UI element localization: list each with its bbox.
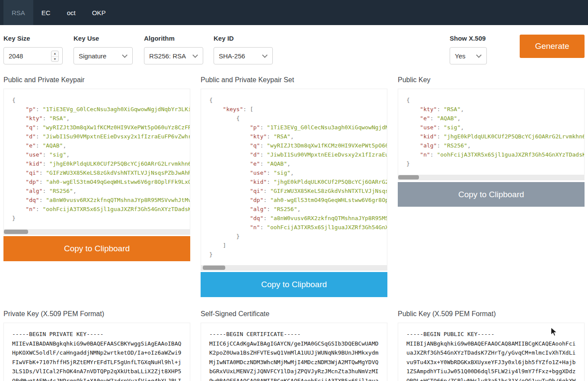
key-id-label: Key ID: [214, 35, 273, 42]
generate-button[interactable]: Generate: [520, 35, 585, 58]
horizontal-scrollbar[interactable]: [4, 229, 190, 234]
keypair-panel-title: Public and Private Keypair: [3, 76, 190, 85]
key-size-label: Key Size: [3, 35, 63, 42]
tab-okp[interactable]: OKP: [84, 0, 114, 25]
scrollbar-thumb[interactable]: [398, 175, 419, 179]
key-size-value: 2048: [9, 52, 23, 60]
certificate-panel: Self-Signed Certificate -----BEGIN CERTI…: [201, 310, 387, 381]
scrollbar-thumb[interactable]: [203, 266, 225, 270]
key-use-select[interactable]: Signature: [74, 47, 133, 64]
key-use-value: Signature: [79, 52, 106, 60]
chevron-down-icon: [476, 52, 482, 58]
show-x509-value: Yes: [455, 52, 465, 60]
algorithm-value: RS256: RSA: [149, 52, 186, 60]
certificate-text[interactable]: -----BEGIN CERTIFICATE----- MIIC6jCCAdKg…: [201, 323, 387, 381]
show-x509-control: Show X.509 Yes: [450, 35, 487, 64]
key-size-control: Key Size 2048 ▲ ▼: [3, 35, 63, 64]
key-id-control: Key ID SHA-256: [214, 35, 273, 64]
keypair-set-panel: Public and Private Keypair Set { "keys":…: [201, 76, 387, 297]
tab-ec[interactable]: EC: [33, 0, 59, 25]
key-use-control: Key Use Signature: [74, 35, 133, 64]
public-key-pem-title: Public Key (X.509 PEM Format): [398, 310, 585, 319]
tab-rsa[interactable]: RSA: [3, 0, 33, 25]
chevron-down-icon: [122, 52, 128, 58]
keypair-set-code-block[interactable]: { "keys": [ { "p": "1TiE3EVg_G0lCecNsu3a…: [201, 89, 387, 271]
key-size-spinner[interactable]: ▲ ▼: [51, 51, 59, 62]
private-key-pem-title: Private Key (X.509 PEM Format): [3, 310, 190, 319]
certificate-title: Self-Signed Certificate: [201, 310, 387, 319]
spinner-down-icon[interactable]: ▼: [51, 57, 58, 62]
tab-bar: RSA EC oct OKP: [0, 0, 588, 25]
algorithm-label: Algorithm: [144, 35, 203, 42]
public-key-code-block[interactable]: { "kty": "RSA", "e": "AQAB", "use": "sig…: [398, 89, 585, 180]
show-x509-label: Show X.509: [450, 35, 487, 42]
key-size-input[interactable]: 2048 ▲ ▼: [3, 47, 63, 64]
public-key-pem-panel: Public Key (X.509 PEM Format) -----BEGIN…: [398, 310, 585, 381]
horizontal-scrollbar[interactable]: [398, 175, 584, 180]
chevron-down-icon: [262, 52, 268, 58]
private-key-pem-panel: Private Key (X.509 PEM Format) -----BEGI…: [3, 310, 190, 381]
keypair-code-block[interactable]: { "p": "1TiE3EVg_G0lCecNsu3agh0XiGqwowNg…: [3, 89, 190, 235]
algorithm-control: Algorithm RS256: RSA: [144, 35, 203, 64]
mouse-cursor: [550, 327, 558, 337]
keypair-json: { "p": "1TiE3EVg_G0lCecNsu3agh0XiGqwowNg…: [4, 89, 190, 229]
public-key-panel-title: Public Key: [398, 76, 585, 85]
show-x509-select[interactable]: Yes: [450, 47, 487, 64]
key-id-select[interactable]: SHA-256: [214, 47, 273, 64]
keypair-panel: Public and Private Keypair { "p": "1TiE3…: [3, 76, 190, 261]
algorithm-select[interactable]: RS256: RSA: [144, 47, 203, 64]
tab-oct[interactable]: oct: [59, 0, 84, 25]
horizontal-scrollbar[interactable]: [201, 265, 387, 270]
public-key-json: { "kty": "RSA", "e": "AQAB", "use": "sig…: [398, 89, 584, 175]
private-key-pem-text[interactable]: -----BEGIN PRIVATE KEY----- MIIEvAIBADAN…: [3, 323, 190, 381]
key-use-label: Key Use: [74, 35, 133, 42]
keypair-set-panel-title: Public and Private Keypair Set: [201, 76, 387, 85]
spinner-up-icon[interactable]: ▲: [51, 51, 58, 57]
copy-keypair-set-button[interactable]: Copy to Clipboard: [201, 272, 387, 297]
copy-keypair-button[interactable]: Copy to Clipboard: [3, 236, 190, 261]
scrollbar-thumb[interactable]: [4, 230, 28, 234]
keypair-set-json: { "keys": [ { "p": "1TiE3EVg_G0lCecNsu3a…: [201, 89, 387, 266]
public-key-panel: Public Key { "kty": "RSA", "e": "AQAB", …: [398, 76, 585, 207]
copy-public-key-button[interactable]: Copy to Clipboard: [398, 182, 585, 207]
key-id-value: SHA-256: [219, 52, 245, 60]
chevron-down-icon: [192, 52, 198, 58]
